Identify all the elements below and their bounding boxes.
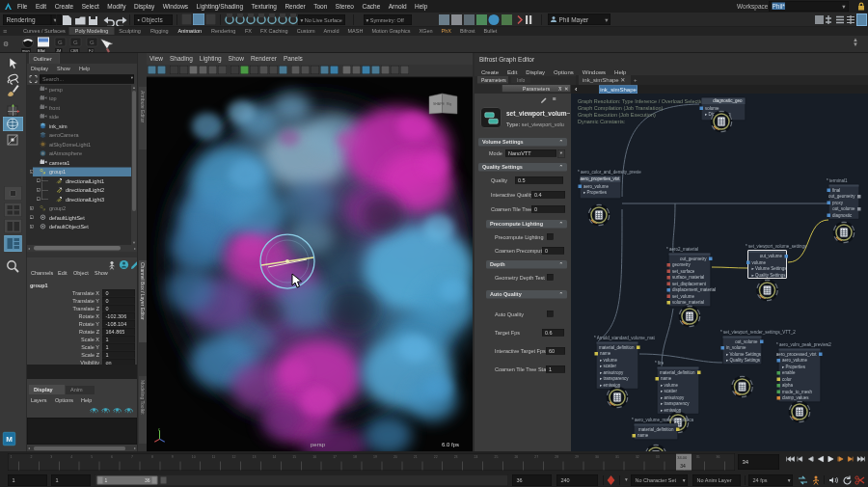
svg-text:Rig: Rig [447, 102, 451, 106]
svg-text:G: G [58, 40, 63, 45]
svg-text:SHAPE: SHAPE [433, 102, 446, 106]
svg-text:G: G [73, 40, 78, 45]
svg-text:G: G [90, 40, 95, 45]
